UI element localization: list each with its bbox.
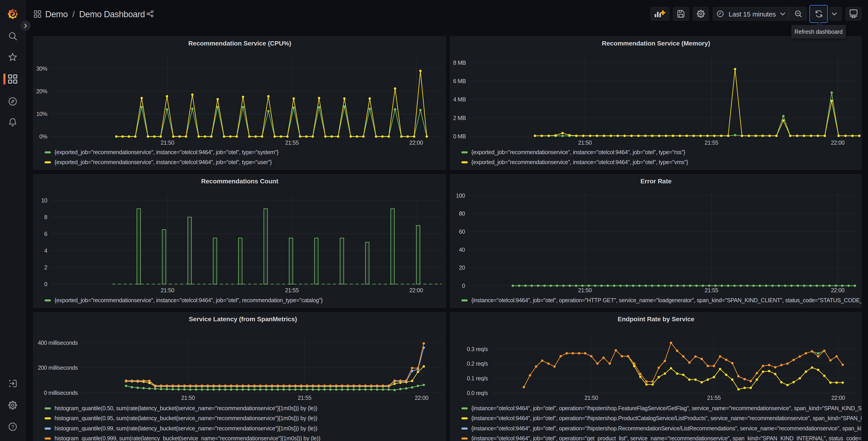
svg-text:21:50: 21:50 — [578, 140, 592, 146]
svg-text:20: 20 — [459, 264, 465, 271]
svg-text:22:00: 22:00 — [831, 394, 845, 401]
svg-text:{instance="otelcol:9464", job=: {instance="otelcol:9464", job="otel", op… — [471, 415, 862, 421]
svg-text:{exported_job="recommendations: {exported_job="recommendationservice", i… — [55, 159, 272, 165]
svg-text:{exported_job="recommendations: {exported_job="recommendationservice", i… — [471, 159, 688, 165]
svg-text:21:55: 21:55 — [705, 287, 718, 293]
svg-text:6 MB: 6 MB — [453, 78, 466, 84]
svg-text:100: 100 — [456, 193, 465, 199]
svg-text:{exported_job="recommendations: {exported_job="recommendationservice", i… — [55, 149, 279, 155]
svg-text:20%: 20% — [36, 88, 47, 94]
svg-text:10: 10 — [41, 197, 47, 204]
svg-text:2: 2 — [44, 264, 47, 270]
svg-text:0.1 req/s: 0.1 req/s — [467, 375, 488, 381]
svg-text:Endpoint Rate by Service: Endpoint Rate by Service — [618, 315, 694, 323]
svg-text:4 MB: 4 MB — [453, 96, 466, 102]
svg-text:Recommendations Count: Recommendations Count — [201, 177, 279, 185]
svg-text:{exported_job="recommendations: {exported_job="recommendationservice", i… — [471, 149, 685, 155]
svg-text:22:00: 22:00 — [831, 287, 844, 293]
svg-text:0.3 req/s: 0.3 req/s — [467, 346, 488, 352]
svg-text:{instance="otelcol:9464", job=: {instance="otelcol:9464", job="otel", op… — [471, 405, 862, 411]
svg-text:histogram_quantile(0.999, sum(: histogram_quantile(0.999, sum(rate(laten… — [55, 435, 320, 441]
svg-text:0: 0 — [44, 281, 47, 287]
svg-text:8: 8 — [44, 214, 47, 220]
svg-text:histogram_quantile(0.50, sum(r: histogram_quantile(0.50, sum(rate(latenc… — [55, 405, 317, 411]
svg-text:2 MB: 2 MB — [453, 115, 466, 121]
svg-text:Recommendation Service (CPU%): Recommendation Service (CPU%) — [188, 40, 291, 47]
svg-text:0 milliseconds: 0 milliseconds — [44, 390, 78, 396]
svg-text:8 MB: 8 MB — [453, 60, 466, 66]
svg-text:21:50: 21:50 — [161, 140, 174, 146]
svg-text:0 MB: 0 MB — [453, 133, 466, 140]
svg-text:21:55: 21:55 — [285, 287, 299, 293]
svg-text:0%: 0% — [39, 133, 47, 140]
svg-text:21:50: 21:50 — [181, 394, 195, 401]
svg-text:0.2 req/s: 0.2 req/s — [467, 360, 488, 367]
svg-text:{instance="otelcol:9464", job=: {instance="otelcol:9464", job="otel", op… — [471, 425, 862, 432]
svg-text:Service Latency (from SpanMetr: Service Latency (from SpanMetrics) — [189, 315, 297, 323]
svg-text:22:00: 22:00 — [415, 394, 428, 401]
svg-text:{instance="otelcol:9464", job=: {instance="otelcol:9464", job="otel", op… — [471, 435, 862, 441]
svg-text:60: 60 — [459, 229, 465, 235]
svg-text:?: ? — [11, 424, 14, 430]
svg-text:22:00: 22:00 — [831, 140, 844, 146]
svg-text:Error Rate: Error Rate — [640, 177, 671, 185]
svg-text:400 milliseconds: 400 milliseconds — [38, 340, 78, 346]
svg-text:22:00: 22:00 — [409, 140, 423, 146]
svg-text:{instance="otelcol:9464", job=: {instance="otelcol:9464", job="otel", op… — [471, 297, 862, 303]
svg-text:{exported_job="recommendations: {exported_job="recommendationservice", i… — [55, 297, 323, 303]
svg-text:histogram_quantile(0.99, sum(r: histogram_quantile(0.99, sum(rate(latenc… — [55, 425, 317, 432]
svg-text:6: 6 — [44, 231, 47, 237]
svg-text:40: 40 — [459, 246, 465, 253]
svg-text:Recommendation Service (Memory: Recommendation Service (Memory) — [602, 40, 710, 47]
svg-text:21:55: 21:55 — [707, 394, 721, 401]
svg-text:21:55: 21:55 — [285, 140, 299, 146]
svg-text:21:50: 21:50 — [161, 287, 174, 293]
svg-text:21:55: 21:55 — [298, 394, 311, 401]
svg-text:21:55: 21:55 — [705, 140, 718, 146]
svg-text:22:00: 22:00 — [409, 287, 423, 293]
svg-text:200 milliseconds: 200 milliseconds — [38, 364, 78, 371]
svg-text:21:50: 21:50 — [585, 394, 598, 401]
svg-text:0: 0 — [462, 283, 465, 289]
svg-text:30%: 30% — [36, 65, 47, 72]
svg-text:80: 80 — [459, 210, 465, 217]
svg-text:21:50: 21:50 — [578, 287, 592, 293]
svg-text:10%: 10% — [36, 111, 47, 117]
svg-text:0.0 req/s: 0.0 req/s — [467, 390, 488, 396]
svg-text:4: 4 — [44, 247, 48, 254]
svg-text:histogram_quantile(0.95, sum(r: histogram_quantile(0.95, sum(rate(latenc… — [55, 415, 317, 421]
